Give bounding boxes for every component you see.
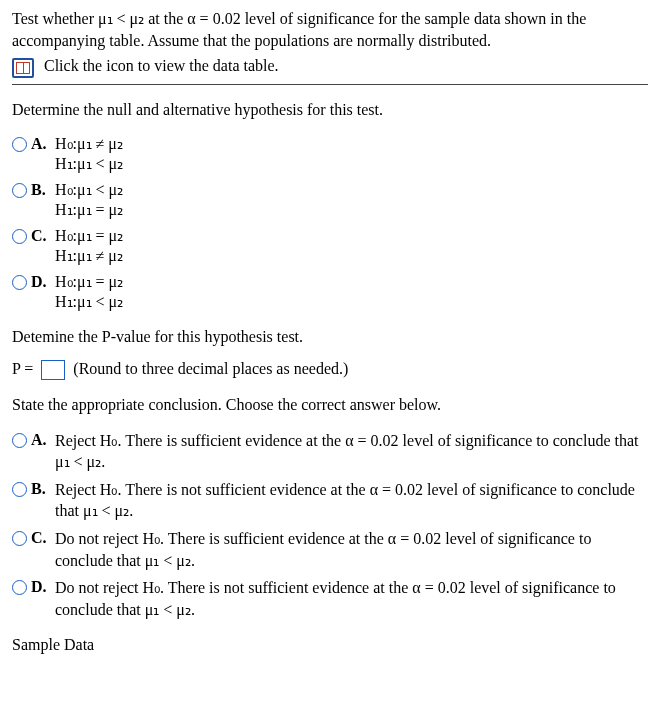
option-text: H₀:μ₁ ≠ μ₂ H₁:μ₁ < μ₂ — [55, 134, 648, 174]
option-letter: B. — [31, 179, 55, 201]
q1-option-a[interactable]: A. H₀:μ₁ ≠ μ₂ H₁:μ₁ < μ₂ — [12, 134, 648, 174]
radio-icon[interactable] — [12, 482, 27, 497]
q3-option-b[interactable]: B. Reject H₀. There is not sufficient ev… — [12, 479, 648, 522]
data-table-icon[interactable] — [12, 58, 34, 78]
radio-icon[interactable] — [12, 229, 27, 244]
option-text: H₀:μ₁ = μ₂ H₁:μ₁ < μ₂ — [55, 272, 648, 312]
q3-option-c[interactable]: C. Do not reject H₀. There is sufficient… — [12, 528, 648, 571]
p-value-input[interactable] — [41, 360, 65, 380]
q3-option-a[interactable]: A. Reject H₀. There is sufficient eviden… — [12, 430, 648, 473]
q1-option-c[interactable]: C. H₀:μ₁ = μ₂ H₁:μ₁ ≠ μ₂ — [12, 226, 648, 266]
option-text: Do not reject H₀. There is sufficient ev… — [55, 528, 648, 571]
radio-icon[interactable] — [12, 580, 27, 595]
option-letter: A. — [31, 429, 55, 451]
option-text: Do not reject H₀. There is not sufficien… — [55, 577, 648, 620]
option-letter: D. — [31, 576, 55, 598]
q1-option-d[interactable]: D. H₀:μ₁ = μ₂ H₁:μ₁ < μ₂ — [12, 272, 648, 312]
option-text: Reject H₀. There is not sufficient evide… — [55, 479, 648, 522]
option-letter: C. — [31, 527, 55, 549]
option-letter: B. — [31, 478, 55, 500]
q1-option-b[interactable]: B. H₀:μ₁ < μ₂ H₁:μ₁ = μ₂ — [12, 180, 648, 220]
p-equals-label: P = — [12, 360, 33, 377]
radio-icon[interactable] — [12, 275, 27, 290]
p-value-hint: (Round to three decimal places as needed… — [73, 360, 348, 377]
q3-prompt: State the appropriate conclusion. Choose… — [12, 394, 648, 416]
view-data-link[interactable]: Click the icon to view the data table. — [44, 57, 279, 74]
q3-option-d[interactable]: D. Do not reject H₀. There is not suffic… — [12, 577, 648, 620]
option-letter: D. — [31, 271, 55, 293]
option-text: H₀:μ₁ = μ₂ H₁:μ₁ ≠ μ₂ — [55, 226, 648, 266]
radio-icon[interactable] — [12, 433, 27, 448]
sample-data-heading: Sample Data — [12, 634, 648, 656]
radio-icon[interactable] — [12, 137, 27, 152]
q2-prompt: Detemine the P-value for this hypothesis… — [12, 326, 648, 348]
radio-icon[interactable] — [12, 531, 27, 546]
option-text: Reject H₀. There is sufficient evidence … — [55, 430, 648, 473]
option-letter: A. — [31, 133, 55, 155]
question-intro: Test whether μ₁ < μ₂ at the α = 0.02 lev… — [12, 8, 648, 51]
radio-icon[interactable] — [12, 183, 27, 198]
option-letter: C. — [31, 225, 55, 247]
option-text: H₀:μ₁ < μ₂ H₁:μ₁ = μ₂ — [55, 180, 648, 220]
q1-prompt: Determine the null and alternative hypot… — [12, 99, 648, 121]
